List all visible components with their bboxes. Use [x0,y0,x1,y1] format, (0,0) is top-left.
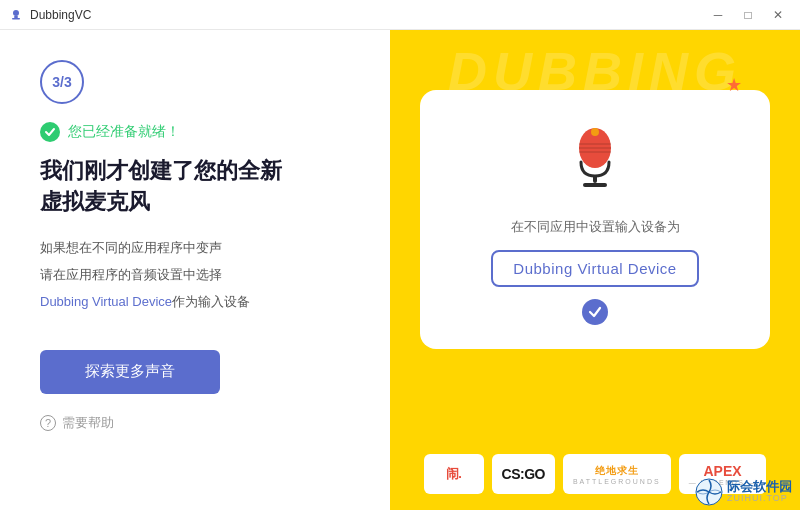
success-text: 您已经准备就绪！ [68,123,180,141]
help-text: 需要帮助 [62,414,114,432]
app-icon [8,7,24,23]
desc-line3: Dubbing Virtual Device作为输入设备 [40,290,350,313]
watermark-icon [695,478,723,506]
close-button[interactable]: ✕ [764,4,792,26]
game-logo-pubg: 绝地求生 BATTLEGROUNDS [563,454,671,494]
device-link-text[interactable]: Dubbing Virtual Device [40,294,172,309]
microphone-icon [555,118,635,198]
svg-rect-1 [14,16,18,18]
help-row: ? 需要帮助 [40,414,350,432]
title-bar: DubbingVC ─ □ ✕ [0,0,800,30]
device-card: 在不同应用中设置输入设备为 Dubbing Virtual Device [420,90,770,349]
svg-rect-8 [593,175,597,183]
main-title: 我们刚才创建了您的全新虚拟麦克风 [40,156,350,218]
help-icon[interactable]: ? [40,415,56,431]
watermark-sub: ZUIHUI.TOP [727,494,792,504]
success-row: 您已经准备就绪！ [40,122,350,142]
watermark-main: 际会软件园 [727,480,792,494]
main-content: 3/3 您已经准备就绪！ 我们刚才创建了您的全新虚拟麦克风 如果想在不同的应用程… [0,30,800,510]
svg-point-0 [13,10,19,16]
card-subtitle: 在不同应用中设置输入设备为 [511,218,680,236]
left-panel: 3/3 您已经准备就绪！ 我们刚才创建了您的全新虚拟麦克风 如果想在不同的应用程… [0,30,390,510]
right-panel: DUBBING ★ [390,30,800,510]
star-decoration: ★ [726,74,742,96]
game-logo-rou: 闹. [424,454,484,494]
game-logo-csgo: CS:GO [492,454,555,494]
watermark: 际会软件园 ZUIHUI.TOP [695,478,792,506]
svg-rect-2 [12,18,20,20]
watermark-text: 际会软件园 ZUIHUI.TOP [727,480,792,504]
device-name-badge: Dubbing Virtual Device [491,250,698,287]
mic-container [555,118,635,202]
check-circle [582,299,608,325]
explore-button[interactable]: 探索更多声音 [40,350,220,394]
svg-rect-9 [583,183,607,187]
step-badge: 3/3 [40,60,84,104]
maximize-button[interactable]: □ [734,4,762,26]
window-controls: ─ □ ✕ [704,4,792,26]
desc-line1: 如果想在不同的应用程序中变声 [40,236,350,259]
desc-line2: 请在应用程序的音频设置中选择 [40,263,350,286]
svg-point-7 [591,128,599,136]
minimize-button[interactable]: ─ [704,4,732,26]
title-bar-left: DubbingVC [8,7,91,23]
app-title: DubbingVC [30,8,91,22]
success-icon [40,122,60,142]
